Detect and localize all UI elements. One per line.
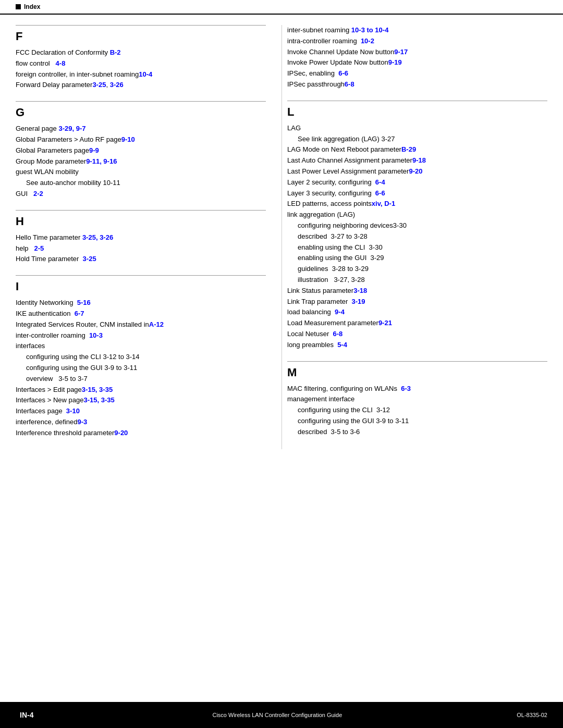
link-fcc[interactable]: B-2 (110, 48, 121, 56)
link-interfaces-new[interactable]: 3-15, 3-35 (83, 396, 114, 404)
link-load-measurement[interactable]: 9-21 (378, 319, 392, 327)
link-mac-filtering[interactable]: 6-3 (401, 385, 411, 392)
link-interfaces-page[interactable]: 3-10 (66, 407, 80, 415)
entry-interference-defined: interference, defined9-3 (16, 417, 266, 428)
entry-ipsec-enabling: IPSec, enabling 6-6 (287, 68, 547, 79)
link-lag-cli[interactable]: 3-30 (369, 243, 383, 251)
entry-foreign-controller: foreign controller, in inter-subnet roam… (16, 69, 266, 80)
entry-layer3-security: Layer 3 security, configuring 6-6 (287, 188, 547, 199)
entry-inter-controller: inter-controller roaming 10-3 (16, 330, 266, 341)
link-flow-control[interactable]: 4-8 (56, 59, 66, 67)
entry-hello-time: Hello Time parameter 3-25, 3-26 (16, 232, 266, 243)
link-hold-time[interactable]: 3-25 (83, 255, 96, 263)
link-mgmt-gui[interactable]: 3-9 to 3-11 (376, 417, 409, 425)
footer-page-label: IN-4 (16, 709, 38, 721)
link-mgmt-described[interactable]: 3-5 to 3-6 (331, 428, 360, 436)
entry-lag-see: See link aggregation (LAG) 3-27 (287, 134, 547, 145)
entry-management-interface: management interface (287, 394, 547, 405)
link-led-patterns[interactable]: xiv, D-1 (372, 200, 395, 207)
link-ike-auth[interactable]: 6-7 (75, 310, 84, 317)
section-i-divider (16, 275, 266, 276)
link-layer3-security[interactable]: 6-6 (375, 189, 385, 197)
link-interfaces-gui[interactable]: 3-9 to 3-11 (104, 364, 137, 372)
link-lag-gui[interactable]: 3-29 (370, 254, 384, 262)
link-interference-defined[interactable]: 9-3 (78, 418, 88, 426)
link-inter-subnet[interactable]: 10-3 to 10-4 (351, 26, 389, 34)
entry-ipsec-passthrough: IPSec passthrough6-8 (287, 79, 547, 90)
entry-inter-subnet: inter-subnet roaming 10-3 to 10-4 (287, 25, 547, 36)
link-help[interactable]: 2-5 (34, 244, 44, 252)
link-layer2-security[interactable]: 6-4 (375, 178, 385, 186)
link-last-auto-channel[interactable]: 9-18 (412, 156, 426, 164)
link-lag-see[interactable]: 3-27 (381, 135, 395, 143)
link-ipsec-enabling[interactable]: 6-6 (338, 69, 348, 77)
link-illustration[interactable]: 3-27, 3-28 (334, 276, 364, 283)
link-link-status[interactable]: 3-18 (353, 287, 367, 294)
entry-flow-control: flow control 4-8 (16, 58, 266, 69)
entry-fcc: FCC Declaration of Conformity B-2 (16, 47, 266, 58)
link-identity-networking[interactable]: 5-16 (77, 299, 91, 306)
link-interference-threshold[interactable]: 9-20 (114, 429, 128, 437)
entry-lag: LAG (287, 123, 547, 134)
entry-interfaces: interfaces (16, 341, 266, 352)
entry-isr-cnm: Integrated Services Router, CNM installe… (16, 319, 266, 330)
entry-load-balancing: load balancing 9-4 (287, 307, 547, 318)
link-foreign-controller[interactable]: 10-4 (139, 70, 152, 78)
link-link-trap[interactable]: 3-19 (352, 298, 365, 305)
link-ipsec-passthrough[interactable]: 6-8 (345, 80, 354, 88)
link-load-balancing[interactable]: 9-4 (335, 308, 345, 316)
link-invoke-power[interactable]: 9-19 (388, 58, 402, 66)
link-hello-time[interactable]: 3-25, 3-26 (82, 233, 113, 241)
link-interfaces-overview[interactable]: 3-5 to 3-7 (58, 375, 88, 382)
link-local-netuser[interactable]: 6-8 (333, 330, 342, 338)
footer: IN-4 Cisco Wireless LAN Controller Confi… (0, 702, 563, 728)
entry-interfaces-page: Interfaces page 3-10 (16, 406, 266, 417)
entry-link-agg-described: described 3-27 to 3-28 (287, 231, 547, 242)
entry-general-page: General page 3-29, 9-7 (16, 124, 266, 134)
link-interfaces-cli[interactable]: 3-12 to 3-14 (103, 353, 139, 361)
entry-mgmt-described: described 3-5 to 3-6 (287, 427, 547, 438)
section-l: L LAG See link aggregation (LAG) 3-27 LA… (287, 101, 547, 351)
entry-intra-controller: intra-controller roaming 10-2 (287, 36, 547, 47)
link-intra-controller[interactable]: 10-2 (361, 37, 374, 45)
section-f-letter: F (16, 30, 266, 43)
entry-link-agg-guidelines: guidelines 3-28 to 3-29 (287, 264, 547, 275)
section-i: I Identity Networking 5-16 IKE authentic… (16, 275, 266, 438)
link-invoke-channel[interactable]: 9-17 (394, 48, 408, 56)
link-described[interactable]: 3-27 to 3-28 (331, 232, 368, 240)
link-forward-delay[interactable]: 3-25 (92, 81, 106, 89)
link-global-params-page[interactable]: 9-9 (89, 146, 99, 154)
link-group-mode[interactable]: 9-11, 9-16 (86, 157, 117, 165)
link-lag-mode[interactable]: B-29 (401, 145, 416, 153)
entry-ike-auth: IKE authentication 6-7 (16, 309, 266, 319)
link-neighboring[interactable]: 3-30 (393, 221, 407, 229)
link-mgmt-cli[interactable]: 3-12 (376, 406, 390, 414)
section-m: M MAC filtering, configuring on WLANs 6-… (287, 361, 547, 438)
entry-guest-wlan: guest WLAN mobility (16, 167, 266, 178)
link-forward-delay-2[interactable]: 3-26 (110, 81, 124, 89)
link-inter-controller[interactable]: 10-3 (89, 331, 103, 339)
link-isr-cnm[interactable]: A-12 (149, 320, 164, 328)
link-global-auto-rf[interactable]: 9-10 (121, 135, 135, 143)
entry-link-agg-neighboring: configuring neighboring devices3-30 (287, 220, 547, 231)
entry-interfaces-new: Interfaces > New page3-15, 3-35 (16, 395, 266, 406)
entry-lag-mode: LAG Mode on Next Reboot parameterB-29 (287, 144, 547, 155)
section-f-divider (16, 25, 266, 26)
right-column: inter-subnet roaming 10-3 to 10-4 intra-… (282, 25, 547, 449)
link-auto-anchor[interactable]: 10-11 (103, 179, 120, 187)
section-l-letter: L (287, 105, 547, 119)
link-interfaces-edit[interactable]: 3-15, 3-35 (82, 386, 113, 393)
link-gui[interactable]: 2-2 (33, 190, 43, 198)
entry-mac-filtering: MAC filtering, configuring on WLANs 6-3 (287, 384, 547, 394)
section-l-divider (287, 101, 547, 101)
link-long-preambles[interactable]: 5-4 (337, 341, 347, 349)
entry-link-agg: link aggregation (LAG) (287, 209, 547, 220)
entry-link-agg-illustration: illustration 3-27, 3-28 (287, 275, 547, 286)
link-guidelines[interactable]: 3-28 to 3-29 (332, 265, 369, 273)
section-i-letter: I (16, 280, 266, 293)
entry-layer2-security: Layer 2 security, configuring 6-4 (287, 177, 547, 188)
link-general-page[interactable]: 3-29, 9-7 (58, 125, 85, 132)
entry-mgmt-cli: configuring using the CLI 3-12 (287, 405, 547, 416)
link-last-power-level[interactable]: 9-20 (409, 167, 422, 175)
header-index-text: Index (24, 3, 40, 10)
